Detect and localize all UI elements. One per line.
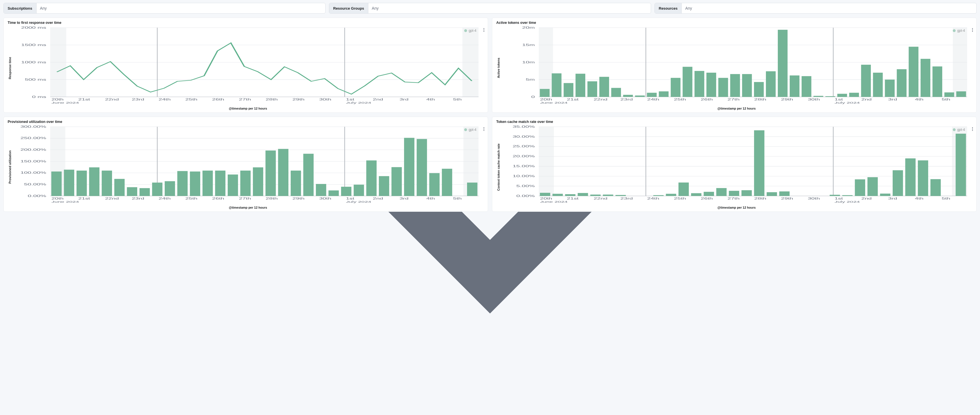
svg-text:15m: 15m bbox=[522, 43, 535, 46]
svg-rect-219 bbox=[666, 194, 676, 196]
svg-rect-80 bbox=[706, 73, 716, 97]
svg-text:1000 ms: 1000 ms bbox=[21, 61, 46, 64]
svg-text:500 ms: 500 ms bbox=[25, 78, 46, 81]
svg-text:2nd: 2nd bbox=[373, 98, 383, 101]
svg-rect-100 bbox=[944, 92, 954, 97]
svg-text:5th: 5th bbox=[942, 98, 950, 101]
svg-text:July 2024: July 2024 bbox=[346, 101, 371, 104]
svg-text:23rd: 23rd bbox=[620, 197, 633, 200]
svg-rect-66 bbox=[540, 89, 550, 97]
svg-text:26th: 26th bbox=[701, 98, 713, 101]
svg-rect-89 bbox=[813, 96, 823, 97]
svg-text:22nd: 22nd bbox=[593, 197, 608, 200]
svg-text:0 ms: 0 ms bbox=[32, 95, 46, 99]
svg-rect-86 bbox=[778, 30, 788, 97]
svg-rect-167 bbox=[404, 138, 414, 196]
svg-rect-85 bbox=[766, 71, 776, 97]
svg-text:27th: 27th bbox=[239, 98, 251, 101]
y-axis-label: Response time bbox=[8, 26, 12, 110]
svg-rect-231 bbox=[855, 179, 865, 196]
svg-text:23rd: 23rd bbox=[620, 98, 633, 101]
svg-rect-152 bbox=[215, 171, 226, 196]
svg-rect-153 bbox=[228, 175, 238, 196]
svg-rect-169 bbox=[429, 173, 439, 196]
svg-text:20th: 20th bbox=[52, 98, 64, 101]
panel-title: Token cache match rate over time bbox=[496, 120, 972, 124]
panel-active-tokens: Active tokens over time gpt-4 Active tok… bbox=[492, 18, 977, 113]
svg-rect-213 bbox=[565, 194, 575, 196]
chart-svg: 0.00%50.00%100.00%150.00%200.00%250.00%3… bbox=[12, 125, 484, 205]
svg-rect-140 bbox=[64, 170, 74, 196]
svg-text:20th: 20th bbox=[540, 197, 552, 200]
svg-text:29th: 29th bbox=[292, 98, 305, 101]
svg-rect-166 bbox=[391, 167, 402, 196]
svg-rect-142 bbox=[89, 168, 99, 196]
svg-rect-88 bbox=[802, 76, 811, 97]
svg-rect-160 bbox=[316, 184, 326, 196]
svg-rect-216 bbox=[603, 195, 613, 196]
svg-rect-228 bbox=[779, 192, 789, 196]
svg-text:5.00%: 5.00% bbox=[516, 184, 535, 188]
svg-text:300.00%: 300.00% bbox=[21, 125, 46, 128]
svg-text:100.00%: 100.00% bbox=[21, 171, 46, 175]
svg-text:24th: 24th bbox=[647, 197, 659, 200]
svg-text:29th: 29th bbox=[292, 197, 305, 200]
svg-text:28th: 28th bbox=[754, 197, 767, 200]
x-axis-label: @timestamp per 12 hours bbox=[12, 206, 484, 209]
svg-rect-161 bbox=[328, 190, 339, 196]
svg-text:50.00%: 50.00% bbox=[24, 182, 46, 186]
svg-text:0.00%: 0.00% bbox=[28, 194, 46, 198]
svg-rect-81 bbox=[718, 78, 728, 97]
y-axis-label: Provisioned utilization bbox=[8, 125, 12, 209]
svg-text:30th: 30th bbox=[808, 197, 820, 200]
svg-rect-220 bbox=[679, 182, 689, 196]
svg-rect-94 bbox=[873, 73, 883, 97]
svg-text:July 2024: July 2024 bbox=[835, 101, 860, 104]
svg-rect-70 bbox=[587, 81, 597, 97]
svg-rect-99 bbox=[932, 66, 942, 97]
svg-rect-159 bbox=[304, 154, 313, 196]
svg-text:5m: 5m bbox=[526, 78, 535, 81]
svg-text:26th: 26th bbox=[212, 98, 224, 101]
svg-text:28th: 28th bbox=[754, 98, 767, 101]
svg-rect-67 bbox=[552, 73, 562, 97]
svg-text:24th: 24th bbox=[647, 98, 659, 101]
svg-rect-96 bbox=[897, 69, 907, 97]
svg-rect-227 bbox=[767, 192, 777, 196]
svg-text:26th: 26th bbox=[701, 197, 713, 200]
svg-text:22nd: 22nd bbox=[105, 98, 119, 101]
svg-rect-74 bbox=[635, 96, 644, 97]
svg-rect-221 bbox=[691, 193, 701, 196]
panel-cache-rate: Token cache match rate over time gpt-4 C… bbox=[492, 117, 977, 212]
svg-text:25th: 25th bbox=[674, 197, 686, 200]
svg-text:June 2024: June 2024 bbox=[52, 200, 79, 203]
filter-resources[interactable]: Resources Any bbox=[654, 3, 977, 14]
svg-text:10.00%: 10.00% bbox=[513, 174, 535, 178]
chart-svg: 05m10m15m20m20thJune 202421st22nd23rd24t… bbox=[501, 26, 972, 106]
svg-rect-150 bbox=[190, 171, 200, 196]
svg-rect-98 bbox=[920, 59, 930, 97]
svg-text:4th: 4th bbox=[915, 197, 923, 200]
svg-rect-171 bbox=[467, 182, 477, 196]
svg-rect-238 bbox=[956, 134, 966, 196]
svg-rect-172 bbox=[539, 127, 554, 196]
svg-text:June 2024: June 2024 bbox=[540, 200, 568, 203]
svg-text:27th: 27th bbox=[727, 197, 740, 200]
svg-rect-82 bbox=[730, 74, 740, 97]
svg-rect-75 bbox=[647, 93, 657, 97]
svg-rect-156 bbox=[266, 150, 275, 196]
svg-rect-157 bbox=[278, 149, 288, 196]
svg-text:3rd: 3rd bbox=[888, 197, 897, 200]
svg-rect-158 bbox=[291, 171, 301, 196]
svg-rect-155 bbox=[253, 168, 263, 196]
svg-text:23rd: 23rd bbox=[132, 98, 144, 101]
svg-text:1500 ms: 1500 ms bbox=[21, 43, 46, 46]
svg-rect-230 bbox=[842, 195, 853, 196]
svg-rect-69 bbox=[576, 74, 585, 97]
panel-title: Provisioned utilization over time bbox=[8, 120, 484, 124]
svg-rect-91 bbox=[837, 94, 847, 97]
svg-rect-226 bbox=[754, 130, 764, 196]
svg-text:150.00%: 150.00% bbox=[21, 160, 46, 163]
svg-text:5th: 5th bbox=[453, 197, 461, 200]
x-axis-label: @timestamp per 12 hours bbox=[501, 206, 972, 209]
